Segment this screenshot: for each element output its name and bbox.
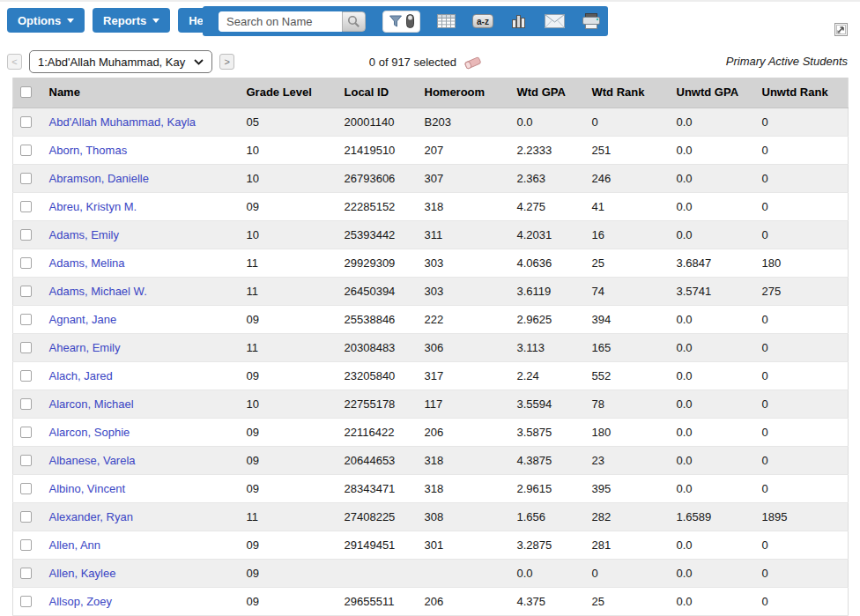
student-name-cell: Alexander, Ryan (41, 502, 239, 531)
student-name-cell: Albino, Vincent (41, 474, 239, 502)
row-checkbox-cell (13, 333, 41, 361)
filter-toggle-button[interactable] (382, 11, 420, 33)
student-name-link[interactable]: Albino, Vincent (49, 482, 126, 495)
cell-wtd-rank: 0 (584, 108, 669, 136)
cell-grade-level: 09 (239, 446, 337, 474)
search-button[interactable] (342, 11, 366, 32)
cell-unwtd-gpa: 0.0 (669, 418, 754, 446)
row-checkbox[interactable] (20, 342, 32, 353)
student-name-link[interactable]: Allsop, Zoey (49, 595, 113, 608)
cell-unwtd-rank: 0 (754, 361, 849, 390)
student-name-link[interactable]: Alach, Jared (49, 369, 113, 382)
cell-homeroom: 301 (417, 531, 509, 559)
cell-local-id: 26793606 (337, 164, 417, 192)
row-checkbox[interactable] (20, 511, 32, 523)
student-name-link[interactable]: Adams, Emily (49, 228, 119, 241)
select-all-checkbox[interactable] (20, 86, 32, 98)
table-header: Name Grade Level Local ID Homeroom Wtd G… (13, 78, 849, 108)
maximize-button[interactable] (834, 23, 848, 40)
row-checkbox[interactable] (20, 173, 32, 184)
field-set-button[interactable] (437, 14, 456, 28)
prev-record-button[interactable]: < (7, 54, 22, 70)
cell-local-id: 27408225 (337, 502, 417, 531)
clear-selection-eraser-icon[interactable] (463, 55, 482, 70)
cell-grade-level: 09 (239, 418, 337, 446)
next-record-button[interactable]: > (219, 54, 234, 70)
row-checkbox[interactable] (20, 116, 32, 128)
table-row: Allen, Ann09291494513013.28752810.00 (13, 531, 849, 559)
student-name-link[interactable]: Ahearn, Emily (49, 341, 121, 354)
row-checkbox[interactable] (20, 229, 32, 241)
row-checkbox[interactable] (20, 427, 32, 438)
row-checkbox[interactable] (20, 568, 32, 579)
options-button[interactable]: Options (7, 8, 85, 33)
sort-az-button[interactable]: a-z (472, 14, 493, 28)
student-name-link[interactable]: Allen, Ann (49, 538, 101, 552)
cell-homeroom: 222 (417, 305, 509, 333)
student-name-link[interactable]: Adams, Michael W. (49, 285, 147, 298)
student-name-link[interactable]: Abreu, Kristyn M. (49, 200, 137, 213)
cell-unwtd-rank: 0 (754, 108, 849, 136)
quick-chart-button[interactable] (510, 13, 528, 29)
cell-wtd-rank: 78 (584, 390, 669, 418)
record-selector-dropdown[interactable]: 1:Abd'Allah Muhammad, Kay (29, 50, 212, 73)
send-email-button[interactable] (545, 14, 565, 28)
row-checkbox-cell (13, 136, 41, 164)
student-name-link[interactable]: Alexander, Ryan (49, 510, 133, 523)
cell-homeroom: 317 (417, 361, 509, 390)
row-checkbox[interactable] (20, 596, 32, 607)
student-name-link[interactable]: Allen, Kaylee (49, 567, 116, 580)
column-header-name[interactable]: Name (41, 78, 239, 108)
search-input[interactable] (219, 11, 342, 32)
cell-unwtd-rank: 1895 (754, 502, 849, 531)
student-name-link[interactable]: Adams, Melina (49, 256, 125, 270)
column-header-unwtd-gpa[interactable]: Unwtd GPA (669, 78, 754, 108)
student-name-link[interactable]: Albanese, Varela (49, 454, 136, 467)
row-checkbox[interactable] (20, 398, 32, 410)
cell-wtd-gpa: 4.0636 (509, 249, 584, 277)
row-checkbox-cell (13, 164, 41, 192)
row-checkbox[interactable] (20, 455, 32, 466)
column-header-local-id[interactable]: Local ID (337, 78, 417, 108)
row-checkbox[interactable] (20, 483, 32, 494)
cell-wtd-gpa: 2.9615 (509, 474, 584, 502)
row-checkbox[interactable] (20, 257, 32, 269)
student-name-cell: Abd'Allah Muhammad, Kayla (41, 108, 239, 136)
cell-wtd-rank: 16 (584, 220, 669, 249)
row-checkbox[interactable] (20, 539, 32, 551)
column-header-wtd-rank[interactable]: Wtd Rank (584, 78, 669, 108)
row-checkbox[interactable] (20, 314, 32, 325)
cell-local-id: 29655511 (337, 587, 417, 615)
cell-wtd-gpa: 4.2031 (509, 220, 584, 249)
student-name-link[interactable]: Abramson, Danielle (49, 172, 149, 185)
cell-wtd-rank: 394 (584, 305, 669, 333)
student-name-cell: Abreu, Kristyn M. (41, 192, 239, 220)
filter-icon (389, 14, 403, 28)
bar-chart-icon (510, 13, 528, 29)
search-control (219, 11, 366, 32)
row-checkbox[interactable] (20, 201, 32, 212)
row-checkbox[interactable] (20, 145, 32, 156)
student-name-link[interactable]: Abd'Allah Muhammad, Kayla (49, 115, 196, 129)
cell-unwtd-rank: 0 (754, 531, 849, 559)
selection-status-text: 0 of 917 selected (369, 56, 456, 69)
cell-unwtd-gpa: 0.0 (669, 164, 754, 192)
column-header-grade-level[interactable]: Grade Level (239, 78, 337, 108)
print-button[interactable] (582, 13, 601, 29)
student-name-link[interactable]: Agnant, Jane (49, 313, 117, 326)
student-name-link[interactable]: Aborn, Thomas (49, 144, 128, 157)
column-header-unwtd-rank[interactable]: Unwtd Rank (754, 78, 849, 108)
student-name-link[interactable]: Alarcon, Michael (49, 397, 134, 411)
table-row: Abd'Allah Muhammad, Kayla0520001140B2030… (13, 108, 849, 136)
cell-local-id: 29149451 (337, 531, 417, 559)
column-header-wtd-gpa[interactable]: Wtd GPA (509, 78, 584, 108)
cell-grade-level: 09 (239, 192, 337, 220)
row-checkbox[interactable] (20, 286, 32, 297)
student-name-cell: Albanese, Varela (41, 446, 239, 474)
row-checkbox[interactable] (20, 370, 32, 382)
student-name-cell: Adams, Emily (41, 220, 239, 249)
column-header-homeroom[interactable]: Homeroom (417, 78, 509, 108)
reports-button[interactable]: Reports (93, 8, 170, 33)
cell-homeroom: 308 (417, 502, 509, 531)
student-name-link[interactable]: Alarcon, Sophie (49, 426, 130, 439)
